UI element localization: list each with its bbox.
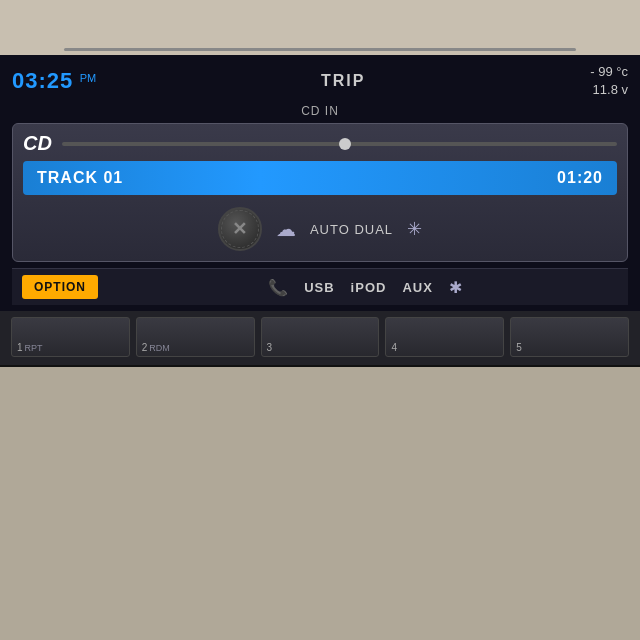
voltage-value: 11.8 v (590, 81, 628, 99)
volume-knob[interactable]: ✕ (218, 207, 262, 251)
bottom-bezel (0, 367, 640, 640)
head-unit: 03:25 PM TRIP - 99 °c 11.8 v CD IN CD (0, 55, 640, 311)
aux-label[interactable]: AUX (402, 280, 432, 295)
preset-button-4[interactable]: 4 (385, 317, 504, 357)
time-value: 03:25 (12, 68, 73, 93)
temp-value: - 99 °c (590, 63, 628, 81)
controls-row: ✕ ☁ AUTO DUAL ✳ (23, 203, 617, 255)
cd-progress-track[interactable] (62, 142, 617, 146)
header-row: 03:25 PM TRIP - 99 °c 11.8 v (12, 63, 628, 99)
time-suffix: PM (80, 72, 97, 84)
phone-icon[interactable]: 📞 (268, 278, 288, 297)
right-info: - 99 °c 11.8 v (590, 63, 628, 99)
preset-number-3: 3 (267, 342, 273, 353)
cd-label: CD (23, 132, 52, 155)
top-bezel (0, 0, 640, 55)
preset-button-1[interactable]: 1RPT (11, 317, 130, 357)
preset-number-2: 2 (142, 342, 148, 353)
track-bar: TRACK 01 01:20 (23, 161, 617, 195)
screen: 03:25 PM TRIP - 99 °c 11.8 v CD IN CD (0, 55, 640, 311)
preset-buttons-row: 1RPT2RDM345 (0, 315, 640, 359)
time-display: 03:25 PM (12, 68, 96, 94)
bezel-line (64, 48, 576, 51)
track-name: TRACK 01 (37, 169, 123, 187)
cd-in-row: CD IN (12, 101, 628, 119)
fan-icon[interactable]: ☁ (276, 217, 296, 241)
preset-button-5[interactable]: 5 (510, 317, 629, 357)
preset-sub-1: RPT (25, 343, 43, 353)
preset-number-1: 1 (17, 342, 23, 353)
track-time: 01:20 (557, 169, 603, 187)
option-button[interactable]: OPTION (22, 275, 98, 299)
settings-icon[interactable]: ✳ (407, 218, 422, 240)
cd-in-label: CD IN (301, 104, 339, 118)
cd-progress-thumb[interactable] (339, 138, 351, 150)
trip-label: TRIP (321, 72, 365, 90)
ipod-label[interactable]: iPOD (351, 280, 387, 295)
nav-items: 📞 USB iPOD AUX ✱ (112, 278, 618, 297)
cd-title-row: CD (23, 132, 617, 155)
preset-button-3[interactable]: 3 (261, 317, 380, 357)
preset-number-4: 4 (391, 342, 397, 353)
knob-ring (221, 210, 259, 248)
preset-number-5: 5 (516, 342, 522, 353)
bottom-nav: OPTION 📞 USB iPOD AUX ✱ (12, 268, 628, 305)
cd-panel: CD TRACK 01 01:20 ✕ ☁ AUTO DUAL ✳ (12, 123, 628, 262)
physical-controls: 1RPT2RDM345 (0, 311, 640, 367)
usb-label[interactable]: USB (304, 280, 334, 295)
auto-dual-label: AUTO DUAL (310, 222, 393, 237)
preset-button-2[interactable]: 2RDM (136, 317, 255, 357)
bluetooth-icon[interactable]: ✱ (449, 278, 462, 297)
preset-sub-2: RDM (149, 343, 170, 353)
